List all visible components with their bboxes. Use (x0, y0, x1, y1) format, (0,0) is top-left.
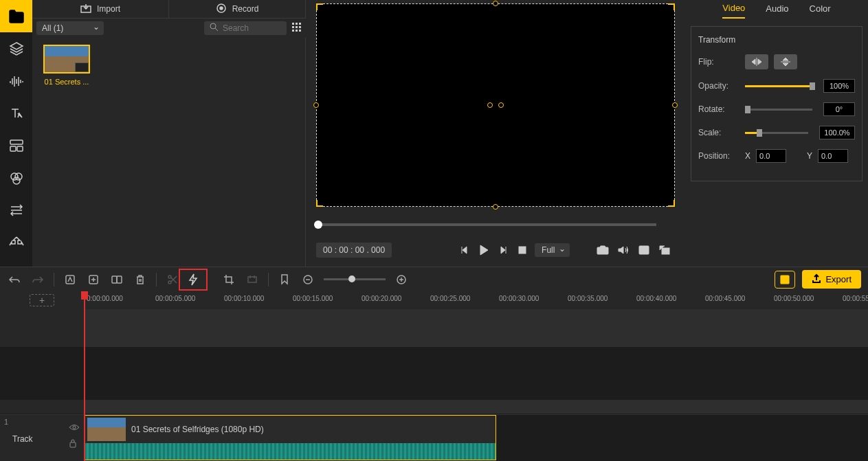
tl-tool-3[interactable] (109, 272, 124, 287)
svg-rect-0 (10, 140, 23, 144)
search-input[interactable] (223, 23, 278, 33)
tab-color[interactable]: Color (810, 3, 831, 18)
sidebar-tool-motion[interactable] (0, 226, 32, 258)
play-button[interactable] (477, 243, 491, 257)
transform-header: Transform (698, 35, 855, 45)
flip-label: Flip: (698, 57, 739, 67)
volume-button[interactable] (616, 243, 630, 257)
ruler-mark: 00:00:10.000 (224, 295, 264, 302)
canvas-handle-bottom[interactable] (493, 204, 498, 210)
clip-thumb (87, 418, 126, 441)
track-label: Track (12, 434, 33, 444)
timeline-clip[interactable]: 01 Secrets of Selfridges (1080p HD) (84, 415, 496, 460)
zoom-slider[interactable] (324, 278, 386, 280)
tab-video[interactable]: Video (722, 3, 745, 19)
ruler-mark: 00:00:15.000 (293, 295, 333, 302)
add-track-button[interactable]: + (30, 294, 54, 306)
canvas-handle-left[interactable] (313, 102, 319, 108)
playhead[interactable] (84, 291, 85, 461)
sidebar-tool-transitions[interactable] (0, 194, 32, 226)
snapshot-button[interactable] (596, 243, 610, 257)
top-toolbar: Import Record (32, 0, 306, 19)
view-grid-icon[interactable] (292, 23, 302, 34)
empty-track-2-body[interactable] (84, 400, 868, 414)
timeline-tracks: 1 Track 01 Secrets of Selfridges (1080p … (0, 309, 868, 461)
sidebar-tool-audio[interactable] (0, 65, 32, 97)
sidebar-tool-text[interactable] (0, 97, 32, 129)
tl-tool-1[interactable] (63, 272, 78, 287)
track-visibility-icon[interactable] (69, 423, 80, 433)
redo-button[interactable] (30, 272, 45, 287)
undo-button[interactable] (7, 272, 22, 287)
svg-rect-18 (299, 30, 301, 32)
left-sidebar (0, 0, 32, 267)
canvas-corner-tr[interactable] (668, 3, 675, 10)
timeline-toolbar: Export (0, 267, 868, 291)
canvas-center-handles[interactable] (487, 102, 504, 108)
rotate-value[interactable]: 0° (823, 102, 855, 116)
timeline-ruler: + 0:00:00.000 00:00:05.000 00:00:10.000 … (0, 291, 868, 309)
svg-rect-27 (117, 276, 122, 283)
rotate-slider[interactable] (745, 109, 812, 111)
record-button[interactable]: Record (169, 0, 305, 18)
canvas-corner-br[interactable] (668, 200, 675, 207)
search-input-wrap[interactable] (204, 21, 287, 35)
canvas-corner-tl[interactable] (316, 3, 323, 10)
render-button[interactable] (775, 271, 795, 289)
marker-button[interactable] (277, 272, 292, 287)
position-x-label: X (745, 151, 750, 161)
flip-vertical-button[interactable] (774, 54, 797, 69)
position-y-value[interactable]: 0.0 (818, 149, 848, 163)
preview-scrub-bar[interactable] (316, 223, 656, 226)
flip-horizontal-button[interactable] (745, 54, 768, 69)
tab-audio[interactable]: Audio (766, 3, 788, 18)
media-filter-dropdown[interactable]: All (1) (36, 21, 104, 35)
zoom-in-button[interactable] (394, 272, 409, 287)
delete-button[interactable] (133, 272, 148, 287)
scrub-handle[interactable] (314, 221, 322, 229)
empty-track-1-body[interactable] (84, 309, 868, 347)
track-lock-icon[interactable] (69, 438, 80, 450)
sidebar-tool-filters[interactable] (0, 161, 32, 194)
tl-tool-2[interactable] (86, 272, 101, 287)
next-frame-button[interactable] (496, 243, 510, 257)
svg-rect-35 (70, 442, 76, 447)
tl-tool-x[interactable] (245, 272, 260, 287)
highlighted-speed-button[interactable] (179, 269, 208, 291)
scale-value[interactable]: 100.0% (819, 126, 855, 139)
stop-button[interactable] (515, 243, 529, 257)
opacity-slider[interactable] (745, 85, 812, 87)
svg-point-9 (210, 23, 216, 29)
svg-point-21 (601, 249, 605, 253)
export-button[interactable]: Export (802, 270, 861, 289)
zoom-out-button[interactable] (300, 272, 315, 287)
preview-panel: 00 : 00 : 00 . 000 Full (306, 0, 685, 267)
import-button[interactable]: Import (32, 0, 169, 18)
canvas-handle-top[interactable] (493, 1, 498, 6)
canvas-handle-right[interactable] (672, 102, 678, 108)
sidebar-tool-media[interactable] (0, 0, 32, 32)
video-track-body[interactable]: 01 Secrets of Selfridges (1080p HD) (84, 415, 868, 461)
import-icon (80, 3, 91, 15)
preview-size-dropdown[interactable]: Full (535, 243, 570, 257)
preview-canvas[interactable] (316, 3, 675, 207)
record-label: Record (232, 4, 259, 14)
scale-slider[interactable] (745, 132, 808, 134)
sidebar-tool-templates[interactable] (0, 129, 32, 161)
video-track-head: 1 Track (0, 415, 84, 461)
media-clip-thumb (43, 45, 90, 74)
sidebar-tool-layers[interactable] (0, 32, 32, 65)
clip-title: 01 Secrets of Selfridges (1080p HD) (131, 425, 264, 434)
export-label: Export (825, 274, 852, 284)
split-button[interactable] (165, 272, 180, 287)
fullscreen-button[interactable] (658, 243, 671, 257)
prev-frame-button[interactable] (458, 243, 471, 257)
canvas-corner-bl[interactable] (316, 200, 323, 207)
opacity-value[interactable]: 100% (823, 79, 855, 93)
position-x-value[interactable]: 0.0 (756, 149, 786, 163)
media-clip[interactable]: 01 Secrets ... (39, 45, 94, 86)
position-y-label: Y (807, 151, 812, 161)
timeline-ruler-marks[interactable]: 0:00:00.000 00:00:05.000 00:00:10.000 00… (84, 291, 868, 309)
detach-button[interactable] (637, 243, 651, 257)
crop-button[interactable] (221, 272, 236, 287)
